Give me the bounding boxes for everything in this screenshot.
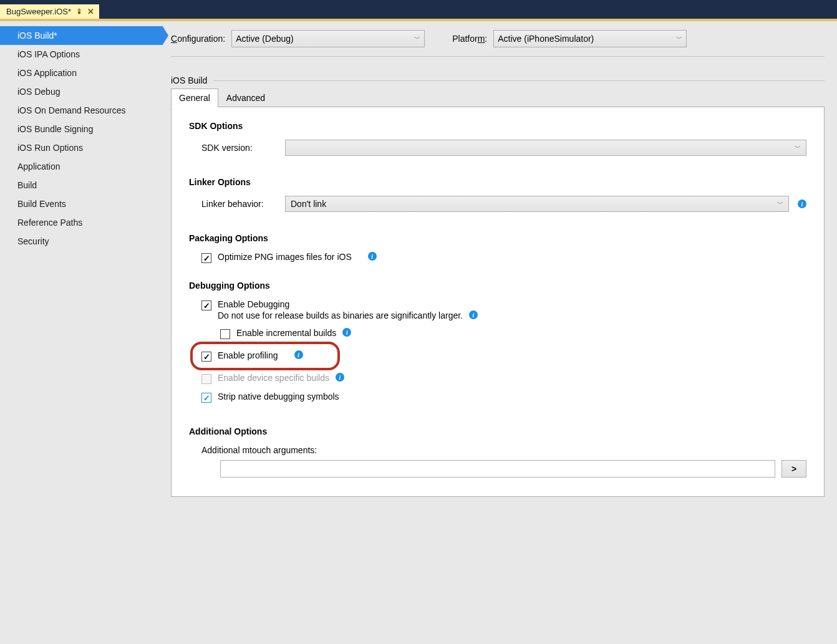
enable-incremental-label: Enable incremental builds: [236, 328, 336, 338]
group-sdk-title: SDK Options: [189, 121, 806, 131]
sidebar-item-label: Build: [17, 180, 37, 190]
sidebar-item-ios-ondemand[interactable]: iOS On Demand Resources: [0, 101, 162, 120]
platform-dropdown[interactable]: Active (iPhoneSimulator) ﹀: [493, 30, 687, 47]
optimize-png-checkbox[interactable]: [201, 253, 211, 263]
enable-debugging-checkbox[interactable]: [201, 300, 211, 310]
enable-debugging-label: Enable Debugging: [218, 299, 478, 309]
strip-symbols-label: Strip native debugging symbols: [218, 392, 339, 401]
chevron-down-icon: ﹀: [676, 34, 682, 43]
sidebar-item-label: iOS IPA Options: [17, 49, 80, 59]
config-row: Configuration: Active (Debug) ﹀ Platform…: [171, 30, 825, 57]
sub-tabs: General Advanced: [171, 88, 825, 107]
title-bar: BugSweeper.iOS* ✕: [0, 0, 837, 19]
sidebar-item-label: Application: [17, 161, 60, 171]
enable-device-specific-label: Enable device specific builds: [218, 373, 329, 383]
sidebar-item-label: Build Events: [17, 199, 66, 209]
section-title: iOS Build: [171, 75, 207, 85]
linker-behavior-label: Linker behavior:: [201, 199, 276, 209]
tab-general[interactable]: General: [171, 89, 218, 107]
sdk-version-label: SDK version:: [201, 143, 276, 153]
info-icon[interactable]: i: [368, 252, 377, 261]
sidebar-item-ios-bundle-signing[interactable]: iOS Bundle Signing: [0, 120, 162, 138]
dropdown-value: Active (Debug): [236, 34, 294, 44]
sidebar-item-ios-run-options[interactable]: iOS Run Options: [0, 138, 162, 157]
chevron-down-icon: ﹀: [414, 34, 420, 43]
tab-label: General: [179, 93, 210, 103]
configuration-dropdown[interactable]: Active (Debug) ﹀: [231, 30, 425, 47]
sidebar-item-label: iOS Application: [17, 68, 77, 78]
chevron-down-icon: ﹀: [795, 143, 801, 152]
tab-label: Advanced: [226, 93, 265, 103]
info-icon[interactable]: i: [469, 310, 478, 319]
optimize-png-label: Optimize PNG images files for iOS: [218, 252, 352, 262]
enable-profiling-checkbox[interactable]: [201, 352, 211, 362]
category-sidebar: iOS Build* iOS IPA Options iOS Applicati…: [0, 21, 162, 644]
enable-incremental-checkbox[interactable]: [220, 329, 230, 339]
settings-panel: SDK Options SDK version: ﹀ Linker Option…: [171, 107, 825, 497]
section-header: iOS Build: [171, 75, 825, 85]
file-tab-title: BugSweeper.iOS*: [6, 7, 71, 16]
info-icon[interactable]: i: [294, 350, 303, 359]
sidebar-item-security[interactable]: Security: [0, 232, 162, 251]
go-button-label: >: [791, 464, 796, 474]
sidebar-item-ios-ipa-options[interactable]: iOS IPA Options: [0, 45, 162, 64]
platform-label: Platform:: [452, 34, 487, 44]
mtouch-go-button[interactable]: >: [781, 460, 806, 478]
content-area: Configuration: Active (Debug) ﹀ Platform…: [162, 21, 837, 644]
sidebar-item-label: iOS Bundle Signing: [17, 124, 93, 134]
sidebar-item-reference-paths[interactable]: Reference Paths: [0, 213, 162, 232]
tab-advanced[interactable]: Advanced: [218, 89, 273, 107]
linker-behavior-dropdown[interactable]: Don't link ﹀: [285, 196, 789, 212]
info-icon[interactable]: i: [336, 373, 344, 382]
group-packaging-title: Packaging Options: [189, 233, 806, 243]
enable-debugging-desc: Do not use for release builds as binarie…: [218, 310, 463, 320]
info-icon[interactable]: i: [798, 199, 806, 208]
sidebar-item-label: iOS Build*: [17, 31, 57, 41]
group-additional-title: Additional Options: [189, 426, 806, 436]
close-icon[interactable]: ✕: [87, 7, 94, 16]
sidebar-item-ios-debug[interactable]: iOS Debug: [0, 82, 162, 101]
sidebar-item-label: Reference Paths: [17, 218, 82, 228]
sidebar-item-label: iOS Debug: [17, 87, 60, 97]
sidebar-item-build[interactable]: Build: [0, 176, 162, 195]
dropdown-value: Active (iPhoneSimulator): [498, 34, 594, 44]
divider: [213, 80, 825, 81]
dropdown-value: Don't link: [291, 199, 326, 209]
sidebar-item-label: Security: [17, 236, 49, 246]
mtouch-label: Additional mtouch arguments:: [201, 445, 806, 455]
enable-device-specific-checkbox: [201, 374, 211, 384]
file-tab[interactable]: BugSweeper.iOS* ✕: [0, 4, 99, 19]
sidebar-item-build-events[interactable]: Build Events: [0, 195, 162, 213]
strip-symbols-checkbox[interactable]: [201, 393, 211, 403]
group-linker-title: Linker Options: [189, 177, 806, 187]
enable-profiling-label: Enable profiling: [218, 350, 278, 360]
mtouch-arguments-input[interactable]: [220, 460, 775, 478]
chevron-down-icon: ﹀: [777, 199, 783, 208]
sdk-version-dropdown[interactable]: ﹀: [285, 140, 806, 156]
group-debugging-title: Debugging Options: [189, 281, 806, 291]
sidebar-item-ios-build[interactable]: iOS Build*: [0, 26, 162, 45]
info-icon[interactable]: i: [342, 328, 351, 337]
sidebar-item-ios-application[interactable]: iOS Application: [0, 64, 162, 82]
sidebar-item-label: iOS On Demand Resources: [17, 105, 126, 115]
sidebar-item-label: iOS Run Options: [17, 143, 83, 153]
sidebar-item-application[interactable]: Application: [0, 157, 162, 176]
configuration-label: Configuration:: [171, 34, 225, 44]
pin-icon[interactable]: [76, 7, 82, 16]
